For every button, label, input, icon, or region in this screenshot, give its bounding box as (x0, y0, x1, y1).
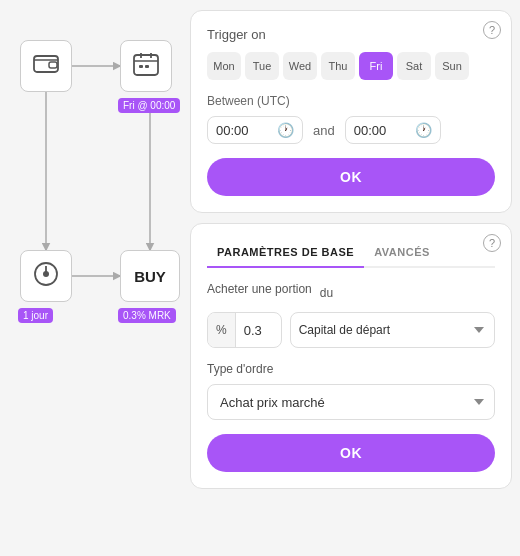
day-badge: 1 jour (18, 308, 53, 323)
time-to-input[interactable] (354, 123, 409, 138)
clock-icon (32, 260, 60, 292)
time-from-wrap: 🕐 (207, 116, 303, 144)
right-panels: ? Trigger on Mon Tue Wed Thu Fri Sat Sun… (190, 10, 512, 489)
time-to-clock-icon: 🕐 (415, 122, 432, 138)
wallet-node[interactable] (20, 40, 72, 92)
calendar-icon (132, 51, 160, 81)
percent-box: % (207, 312, 282, 348)
percent-badge: 0.3% MRK (118, 308, 176, 323)
percent-label: % (208, 313, 236, 347)
trigger-help-icon[interactable]: ? (483, 21, 501, 39)
and-label: and (313, 123, 335, 138)
type-ordre-label: Type d'ordre (207, 362, 495, 376)
day-sat[interactable]: Sat (397, 52, 431, 80)
wallet-icon (32, 52, 60, 80)
tab-avances[interactable]: AVANCÉS (364, 240, 440, 268)
tab-base[interactable]: PARAMÈTRES DE BASE (207, 240, 364, 268)
acheter-row-label: Acheter une portion du (207, 282, 495, 304)
svg-rect-5 (49, 62, 57, 68)
trigger-label: Trigger on (207, 27, 495, 42)
flow-diagram: Fri @ 00:00 BUY 1 jour 0.3% MRK (10, 20, 190, 540)
time-from-clock-icon: 🕐 (277, 122, 294, 138)
trigger-panel: ? Trigger on Mon Tue Wed Thu Fri Sat Sun… (190, 10, 512, 213)
svg-rect-11 (139, 65, 143, 68)
calendar-badge: Fri @ 00:00 (118, 98, 180, 113)
portion-input-row: % Capital de départ Solde actuel (207, 312, 495, 348)
svg-rect-4 (34, 56, 58, 72)
svg-rect-12 (145, 65, 149, 68)
params-tabs-row: PARAMÈTRES DE BASE AVANCÉS (207, 240, 495, 268)
time-from-input[interactable] (216, 123, 271, 138)
buy-node[interactable]: BUY (120, 250, 180, 302)
params-panel: ? PARAMÈTRES DE BASE AVANCÉS Acheter une… (190, 223, 512, 489)
day-thu[interactable]: Thu (321, 52, 355, 80)
days-row: Mon Tue Wed Thu Fri Sat Sun (207, 52, 495, 80)
percent-input[interactable] (236, 323, 281, 338)
day-wed[interactable]: Wed (283, 52, 317, 80)
clock-node[interactable] (20, 250, 72, 302)
day-tue[interactable]: Tue (245, 52, 279, 80)
acheter-label: Acheter une portion (207, 282, 312, 296)
capital-select[interactable]: Capital de départ Solde actuel (290, 312, 495, 348)
day-fri[interactable]: Fri (359, 52, 393, 80)
time-to-wrap: 🕐 (345, 116, 441, 144)
between-label: Between (UTC) (207, 94, 495, 108)
day-mon[interactable]: Mon (207, 52, 241, 80)
trigger-ok-button[interactable]: OK (207, 158, 495, 196)
time-row: 🕐 and 🕐 (207, 116, 495, 144)
day-sun[interactable]: Sun (435, 52, 469, 80)
params-help-icon[interactable]: ? (483, 234, 501, 252)
ordre-select[interactable]: Achat prix marché Achat cours limite (207, 384, 495, 420)
calendar-node[interactable] (120, 40, 172, 92)
params-ok-button[interactable]: OK (207, 434, 495, 472)
du-label: du (320, 286, 333, 300)
